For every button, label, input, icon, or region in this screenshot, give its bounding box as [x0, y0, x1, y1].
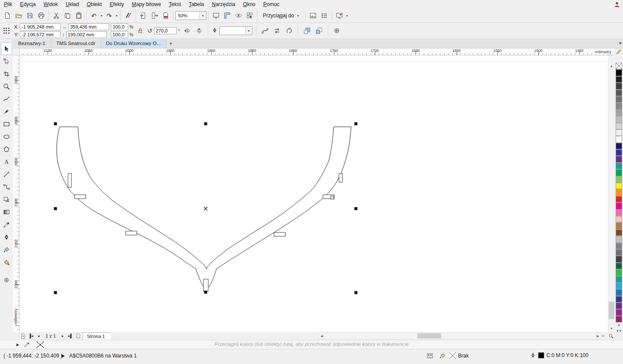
- palette-swatch[interactable]: [616, 96, 622, 103]
- menu-item[interactable]: Tekst: [165, 0, 185, 9]
- x-position-input[interactable]: [20, 23, 61, 30]
- palette-scroll-down-icon[interactable]: ▼: [616, 322, 622, 328]
- horizontal-scrollbar-thumb[interactable]: [417, 333, 441, 338]
- palette-swatch[interactable]: [616, 249, 622, 256]
- drop-shadow-tool[interactable]: [1, 193, 12, 206]
- outline-pen-tool[interactable]: [1, 231, 12, 243]
- cut-button[interactable]: [51, 10, 62, 21]
- vertical-ruler[interactable]: 195020002050210021502200 milimetry: [13, 55, 19, 332]
- last-page-icon[interactable]: ▸▌: [67, 332, 74, 339]
- palette-swatch[interactable]: [616, 169, 622, 176]
- palette-swatch[interactable]: [616, 110, 622, 116]
- object-height-input[interactable]: [66, 31, 107, 38]
- menu-item[interactable]: Okno: [239, 0, 259, 9]
- no-color-swatch[interactable]: [616, 63, 622, 69]
- redo-dropdown-caret[interactable]: ▾: [115, 14, 119, 18]
- selection-handle[interactable]: [204, 122, 207, 126]
- palette-swatch[interactable]: [616, 90, 622, 96]
- view-mode-button[interactable]: [233, 10, 244, 21]
- object-width-input[interactable]: [68, 23, 109, 30]
- paste-button[interactable]: [73, 10, 84, 21]
- palette-swatch[interactable]: [616, 143, 622, 149]
- selection-handle[interactable]: [54, 122, 57, 126]
- search-content-icon[interactable]: [123, 10, 134, 21]
- scroll-left-icon[interactable]: ◀: [319, 333, 325, 339]
- palette-swatch[interactable]: [616, 83, 622, 89]
- zoom-tool[interactable]: [1, 80, 12, 93]
- palette-swatch[interactable]: [616, 116, 622, 122]
- selection-handle[interactable]: [204, 291, 207, 294]
- palette-swatch[interactable]: [616, 236, 622, 242]
- to-front-button[interactable]: [302, 26, 312, 36]
- scale-y-input[interactable]: [111, 31, 128, 38]
- document-tab[interactable]: Beznazwy-1: [13, 39, 51, 48]
- color-eyedropper-tool[interactable]: [1, 218, 12, 231]
- palette-swatch[interactable]: [616, 196, 622, 203]
- lock-ratio-button[interactable]: [135, 26, 145, 36]
- close-shape-button[interactable]: [284, 26, 294, 36]
- outline-width-combobox[interactable]: ▾: [220, 26, 252, 35]
- menu-item[interactable]: Tabela: [185, 0, 208, 9]
- scroll-up-icon[interactable]: ▲: [608, 63, 615, 69]
- palette-swatch[interactable]: [616, 316, 622, 322]
- palette-swatch[interactable]: [616, 243, 622, 249]
- scroll-down-icon[interactable]: ▼: [608, 325, 615, 332]
- pan-right-icon[interactable]: »: [600, 332, 607, 339]
- crop-tool[interactable]: [1, 68, 12, 80]
- parallel-dimension-tool[interactable]: [1, 168, 12, 180]
- chevron-down-icon[interactable]: ▾: [245, 27, 252, 35]
- palette-swatch[interactable]: [616, 209, 622, 216]
- fill-status[interactable]: Brak: [449, 352, 469, 359]
- convert-to-curves-button[interactable]: [260, 26, 270, 36]
- artistic-media-tool[interactable]: [1, 105, 12, 118]
- palette-swatch[interactable]: [616, 76, 622, 83]
- menu-item[interactable]: Układ: [62, 0, 83, 9]
- palette-swatch[interactable]: [616, 263, 622, 269]
- ellipse-tool[interactable]: [1, 130, 12, 143]
- palette-swatch[interactable]: [616, 123, 622, 129]
- undo-dropdown-caret[interactable]: ▾: [100, 14, 103, 18]
- palette-swatch[interactable]: [616, 129, 622, 136]
- import-button[interactable]: [138, 10, 149, 21]
- selection-handle[interactable]: [355, 122, 358, 126]
- horizontal-scrollbar[interactable]: ◀ ▶: [318, 332, 601, 339]
- first-page-icon[interactable]: ▐◂: [27, 332, 34, 339]
- menu-item[interactable]: Pomoc: [259, 0, 283, 9]
- palette-swatch[interactable]: [616, 283, 622, 289]
- options-button[interactable]: [319, 10, 330, 21]
- polygon-tool[interactable]: [1, 143, 12, 155]
- selection-handle[interactable]: [355, 207, 358, 210]
- text-tool[interactable]: A: [1, 155, 12, 168]
- vertical-scrollbar-thumb[interactable]: [609, 302, 614, 319]
- full-screen-preview-button[interactable]: [210, 10, 222, 21]
- menu-item[interactable]: Narzędzia: [208, 0, 239, 9]
- to-back-button[interactable]: [314, 26, 324, 36]
- menu-item[interactable]: Mapy bitowe: [128, 0, 165, 9]
- ruler-settings-icon[interactable]: [615, 48, 622, 55]
- save-button[interactable]: [24, 10, 36, 21]
- outline-status[interactable]: C:0 M:0 Y:0 K:100: [530, 352, 588, 358]
- y-position-input[interactable]: [20, 31, 61, 38]
- palette-swatch[interactable]: [616, 136, 622, 142]
- scale-x-input[interactable]: [111, 23, 128, 30]
- new-document-button[interactable]: [2, 10, 13, 21]
- palette-swatch[interactable]: [616, 303, 622, 309]
- more-tools-button[interactable]: ⊕: [1, 274, 12, 286]
- pick-tool[interactable]: [1, 42, 12, 55]
- palette-swatch[interactable]: [616, 103, 622, 109]
- selected-curve-object[interactable]: [57, 127, 351, 290]
- menu-item[interactable]: Widok: [39, 0, 61, 9]
- snap-settings-button[interactable]: [244, 10, 255, 21]
- zoom-level-combobox[interactable]: 50% ▾: [175, 11, 207, 20]
- copy-button[interactable]: [62, 10, 73, 21]
- next-page-icon[interactable]: ▸: [59, 332, 66, 339]
- horizontal-ruler[interactable]: 2100205020001950190018501800175017001650…: [19, 48, 614, 55]
- vertical-scrollbar[interactable]: ▲ ▼: [608, 63, 614, 332]
- palette-swatch[interactable]: [616, 149, 622, 156]
- tab-scroll-right-icon[interactable]: ▸: [620, 40, 622, 45]
- palette-swatch[interactable]: [616, 183, 622, 189]
- show-rulers-button[interactable]: [222, 10, 233, 21]
- snap-to-dropdown[interactable]: Przyciągaj do ▾: [259, 11, 303, 20]
- menu-item[interactable]: Efekty: [106, 0, 128, 9]
- palette-swatch[interactable]: [616, 222, 622, 229]
